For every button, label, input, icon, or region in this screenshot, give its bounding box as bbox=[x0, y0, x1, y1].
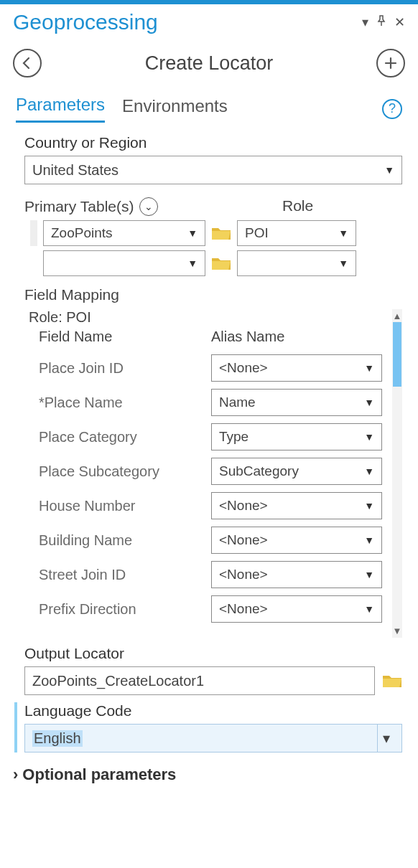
chevron-down-icon: ▼ bbox=[364, 466, 374, 477]
table-row: ▼ ▼ bbox=[30, 250, 402, 276]
list-item: Prefix Direction <None>▼ bbox=[39, 592, 402, 626]
geoprocessing-panel: Geoprocessing ▾ ✕ Create Locator Paramet… bbox=[0, 4, 418, 784]
field-mapping-columns: Field Name Alias Name bbox=[39, 329, 402, 345]
field-mapping-scroll-area: Role: POI Field Name Alias Name Place Jo… bbox=[24, 309, 402, 638]
list-item: Building Name <None>▼ bbox=[39, 523, 402, 557]
field-mapping-scrollbar[interactable]: ▲ ▼ bbox=[392, 309, 402, 638]
language-code-field: Language Code English ▾ bbox=[14, 702, 402, 753]
scroll-up-icon[interactable]: ▲ bbox=[393, 309, 402, 323]
country-select[interactable]: United States ▼ bbox=[24, 156, 402, 184]
scrollbar-thumb[interactable] bbox=[393, 322, 401, 387]
chevron-down-icon: ▼ bbox=[364, 397, 374, 408]
field-mapping-section: Field Mapping Role: POI Field Name Alias… bbox=[24, 286, 402, 638]
list-item: Street Join ID <None>▼ bbox=[39, 557, 402, 592]
country-value: United States bbox=[32, 162, 119, 179]
field-mapping-list: Place Join ID <None>▼ *Place Name Name▼ … bbox=[39, 351, 402, 626]
field-name: Place Subcategory bbox=[39, 463, 211, 480]
parameters-form: Country or Region United States ▼ Primar… bbox=[0, 123, 418, 784]
primary-table-value: ZooPoints bbox=[51, 225, 113, 241]
tab-environments[interactable]: Environments bbox=[122, 96, 228, 122]
alias-select[interactable]: <None>▼ bbox=[211, 595, 382, 623]
chevron-down-icon: ▼ bbox=[364, 534, 374, 546]
help-icon[interactable]: ? bbox=[382, 99, 402, 119]
alias-select[interactable]: <None>▼ bbox=[211, 492, 382, 519]
optional-parameters-toggle[interactable]: › Optional parameters bbox=[13, 765, 402, 784]
list-item: House Number <None>▼ bbox=[39, 489, 402, 523]
panel-window-controls: ▾ ✕ bbox=[362, 14, 405, 30]
panel-header: Geoprocessing ▾ ✕ bbox=[0, 4, 418, 34]
field-name: House Number bbox=[39, 498, 211, 514]
close-icon[interactable]: ✕ bbox=[394, 14, 405, 30]
language-value: English bbox=[32, 730, 83, 747]
chevron-down-icon: ▼ bbox=[338, 258, 348, 269]
role-label: Role bbox=[282, 197, 313, 214]
output-locator-label: Output Locator bbox=[24, 645, 402, 662]
add-tool-button[interactable] bbox=[376, 49, 405, 77]
chevron-down-icon[interactable]: ▾ bbox=[377, 725, 394, 752]
col-alias-name: Alias Name bbox=[211, 329, 284, 345]
field-name: Building Name bbox=[39, 532, 211, 549]
language-select[interactable]: English ▾ bbox=[24, 724, 402, 753]
output-locator-input[interactable]: ZooPoints_CreateLocator1 bbox=[24, 666, 375, 695]
tool-title: Create Locator bbox=[42, 52, 376, 75]
alias-select[interactable]: SubCategory▼ bbox=[211, 458, 382, 485]
list-item: Place Category Type▼ bbox=[39, 420, 402, 454]
chevron-down-icon: ▼ bbox=[187, 227, 198, 239]
chevron-down-icon: ▼ bbox=[364, 500, 374, 511]
chevron-down-icon: ▼ bbox=[384, 164, 394, 176]
col-field-name: Field Name bbox=[39, 329, 211, 345]
field-name: Street Join ID bbox=[39, 567, 211, 583]
tab-bar: Parameters Environments ? bbox=[0, 88, 418, 123]
alias-select[interactable]: Name▼ bbox=[211, 389, 382, 416]
field-name: Place Join ID bbox=[39, 360, 211, 377]
expand-primary-tables-icon[interactable]: ⌄ bbox=[139, 197, 158, 216]
alias-select[interactable]: <None>▼ bbox=[211, 561, 382, 588]
primary-tables-label: Primary Table(s) bbox=[24, 198, 134, 215]
table-row: ZooPoints ▼ POI ▼ bbox=[30, 220, 402, 246]
field-mapping-role: Role: POI bbox=[29, 309, 402, 326]
browse-folder-icon[interactable] bbox=[211, 225, 231, 241]
pin-icon[interactable] bbox=[376, 15, 387, 30]
primary-table-select[interactable]: ZooPoints ▼ bbox=[43, 220, 205, 246]
list-item: Place Join ID <None>▼ bbox=[39, 351, 402, 385]
output-locator-value: ZooPoints_CreateLocator1 bbox=[32, 673, 204, 689]
role-select[interactable]: POI ▼ bbox=[237, 220, 356, 246]
chevron-down-icon: ▼ bbox=[364, 431, 374, 443]
chevron-down-icon: ▼ bbox=[364, 362, 374, 374]
alias-select[interactable]: <None>▼ bbox=[211, 354, 382, 382]
field-name: Prefix Direction bbox=[39, 601, 211, 618]
tool-header-row: Create Locator bbox=[0, 34, 418, 88]
list-item: *Place Name Name▼ bbox=[39, 385, 402, 420]
primary-tables-rows: ZooPoints ▼ POI ▼ ▼ bbox=[24, 220, 402, 276]
field-name: Place Category bbox=[39, 429, 211, 445]
optional-parameters-label: Optional parameters bbox=[22, 765, 176, 784]
back-button[interactable] bbox=[13, 49, 42, 77]
tab-parameters[interactable]: Parameters bbox=[16, 95, 105, 123]
language-label: Language Code bbox=[24, 702, 402, 720]
chevron-down-icon: ▼ bbox=[187, 258, 198, 269]
role-value: POI bbox=[245, 225, 269, 241]
alias-select[interactable]: <None>▼ bbox=[211, 527, 382, 554]
role-select[interactable]: ▼ bbox=[237, 250, 356, 276]
scroll-down-icon[interactable]: ▼ bbox=[393, 624, 402, 638]
list-item: Place Subcategory SubCategory▼ bbox=[39, 454, 402, 489]
chevron-down-icon: ▼ bbox=[364, 603, 374, 615]
output-locator-field: Output Locator ZooPoints_CreateLocator1 bbox=[24, 645, 402, 695]
menu-dropdown-icon[interactable]: ▾ bbox=[362, 14, 368, 30]
chevron-down-icon: ▼ bbox=[364, 569, 374, 580]
browse-folder-icon[interactable] bbox=[211, 255, 231, 271]
chevron-right-icon: › bbox=[13, 765, 18, 784]
primary-tables-header: Primary Table(s) ⌄ Role bbox=[24, 192, 402, 220]
alias-select[interactable]: Type▼ bbox=[211, 423, 382, 450]
browse-folder-icon[interactable] bbox=[382, 673, 402, 689]
chevron-down-icon: ▼ bbox=[338, 227, 348, 239]
row-drag-handle[interactable] bbox=[30, 220, 37, 246]
country-field: Country or Region United States ▼ bbox=[24, 134, 402, 184]
primary-table-select[interactable]: ▼ bbox=[43, 250, 205, 276]
field-name: *Place Name bbox=[39, 395, 211, 411]
panel-title: Geoprocessing bbox=[13, 10, 158, 34]
country-label: Country or Region bbox=[24, 134, 402, 151]
field-mapping-label: Field Mapping bbox=[24, 286, 402, 303]
